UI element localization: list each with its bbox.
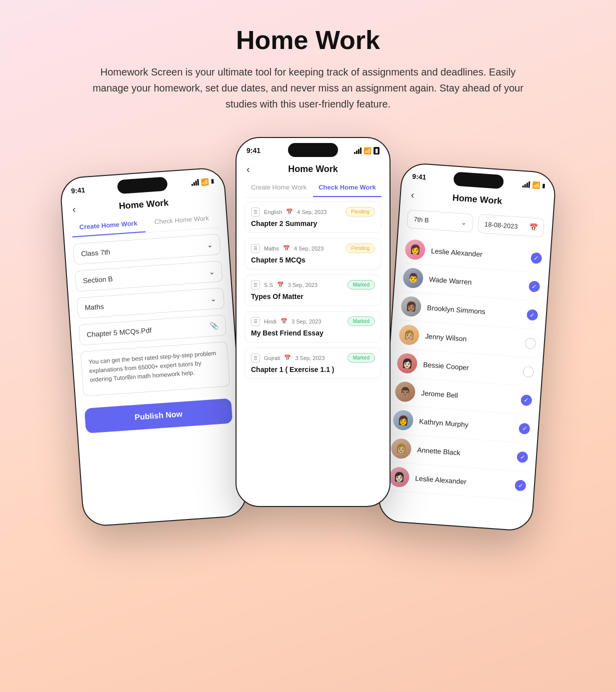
avatar: 👩🏽 (400, 296, 422, 318)
homework-title: Chapter 5 MCQs (251, 256, 375, 264)
subject-label: Gujrati (264, 355, 280, 361)
status-badge: Marked (348, 353, 375, 362)
check-icon[interactable]: ✓ (526, 309, 538, 320)
uncheck-circle[interactable] (524, 338, 536, 349)
homework-title: Types Of Matter (251, 292, 375, 300)
calendar-icon: 📅 (528, 223, 538, 232)
wifi-icon-2: 📶 (364, 147, 372, 154)
bar1 (192, 184, 193, 186)
battery-icon-3: ▮ (542, 182, 545, 188)
status-time-1: 9:41 (71, 186, 86, 195)
description-field[interactable]: You can get the best rated step-by-step … (80, 342, 230, 396)
homework-item[interactable]: ☰ English 📅 4 Sep, 2023 Pending Chapter … (244, 202, 382, 233)
tab-create-2[interactable]: Create Home Work (244, 178, 313, 197)
avatar: 👨🏽 (394, 381, 416, 402)
homework-list: ☰ English 📅 4 Sep, 2023 Pending Chapter … (236, 198, 390, 388)
nav-bar-2: ‹ Home Work (236, 160, 390, 178)
check-icon[interactable]: ✓ (516, 451, 528, 462)
subject-dropdown[interactable]: Maths ⌄ (76, 288, 224, 318)
wifi-icon-1: 📶 (200, 178, 209, 186)
class-chevron-icon: ⌄ (206, 240, 213, 249)
phone-create: 9:41 📶 ▮ ‹ Home Work Create Home Work Ch… (59, 166, 248, 527)
back-arrow-1[interactable]: ‹ (72, 204, 76, 215)
dynamic-island-2 (288, 143, 338, 157)
status-badge: Pending (346, 207, 375, 216)
page-description: Homework Screen is your ultimate tool fo… (83, 64, 533, 112)
battery-icon-2: ▮ (374, 147, 380, 154)
homework-title: Chapter 1 ( Exercise 1.1 ) (251, 366, 375, 374)
status-badge: Pending (346, 244, 375, 253)
check-icon[interactable]: ✓ (518, 423, 530, 434)
date-label: 4 Sep, 2023 (297, 209, 326, 215)
subject-icon: ☰ (251, 317, 260, 326)
subject-icon: ☰ (251, 244, 260, 253)
subject-icon: ☰ (251, 280, 260, 290)
page-header: Home Work Homework Screen is your ultima… (0, 0, 616, 127)
attachment-field[interactable]: Chapter 5 MCQs.Pdf 📎 (78, 314, 226, 346)
calendar-small-icon: 📅 (286, 208, 293, 215)
section-dropdown[interactable]: Section B ⌄ (74, 260, 222, 292)
subject-chevron-icon: ⌄ (210, 294, 216, 303)
class-filter-chevron-icon: ⌄ (461, 218, 467, 226)
section-value: Section B (82, 274, 113, 284)
bar4 (197, 178, 199, 185)
student-name: Kathryn Murphy (419, 418, 520, 432)
check-icon[interactable]: ✓ (530, 252, 542, 264)
class-filter-dropdown[interactable]: 7th B ⌄ (406, 210, 474, 232)
nav-title-2: Home Work (288, 164, 338, 174)
battery-icon-1: ▮ (210, 178, 214, 184)
student-name: Leslie Alexander (431, 246, 532, 262)
tab-check-2[interactable]: Check Home Work (313, 178, 382, 197)
class-dropdown[interactable]: Class 7th ⌄ (73, 234, 221, 264)
signal-bars-3 (522, 180, 530, 188)
page-title: Home Work (40, 25, 576, 55)
signal-bars-1 (191, 178, 199, 186)
uncheck-circle[interactable] (522, 366, 534, 378)
calendar-small-icon: 📅 (284, 354, 291, 361)
date-label: 4 Sep, 2023 (294, 246, 324, 252)
avatar: 👩🏼 (390, 438, 412, 460)
date-filter-field[interactable]: 18-08-2023 📅 (478, 214, 544, 238)
subject-label: Maths (264, 246, 279, 252)
publish-button[interactable]: Publish Now (84, 398, 233, 433)
student-name: Leslie Alexander (415, 474, 516, 489)
homework-item[interactable]: ☰ Hindi 📅 3 Sep, 2023 Marked My Best Fri… (244, 311, 382, 342)
status-badge: Marked (348, 316, 375, 326)
paperclip-icon: 📎 (210, 322, 218, 330)
subject-label: Hindi (264, 318, 276, 324)
homework-title: Chapter 2 Summary (251, 220, 375, 228)
calendar-small-icon: 📅 (280, 318, 288, 324)
wifi-icon-3: 📶 (532, 181, 540, 189)
nav-title-3: Home Work (452, 192, 502, 206)
avatar: 👩 (404, 239, 426, 260)
bar2 (194, 182, 195, 186)
homework-title: My Best Friend Essay (251, 329, 375, 337)
status-icons-2: 📶 ▮ (354, 147, 380, 154)
avatar: 👩🏻 (396, 352, 418, 374)
back-arrow-3[interactable]: ‹ (410, 189, 414, 200)
homework-item[interactable]: ☰ S.S 📅 3 Sep, 2023 Marked Types Of Matt… (244, 274, 382, 306)
check-icon[interactable]: ✓ (520, 394, 532, 406)
check-icon[interactable]: ✓ (528, 280, 540, 292)
status-badge: Marked (348, 280, 375, 290)
homework-item[interactable]: ☰ Maths 📅 4 Sep, 2023 Pending Chapter 5 … (244, 238, 382, 270)
avatar: 👩 (392, 410, 414, 431)
signal-bars-2 (354, 148, 362, 154)
subject-value: Maths (84, 302, 104, 312)
phone-student-list: 9:41 📶 ▮ ‹ Home Work 7th B ⌄ (377, 162, 556, 532)
form-area: Class 7th ⌄ Section B ⌄ Maths ⌄ Chapter … (64, 227, 241, 440)
student-name: Brooklyn Simmons (427, 304, 528, 318)
student-list: 👩 Leslie Alexander ✓ 👨 Wade Warren ✓ 👩🏽 … (380, 232, 551, 503)
date-label: 3 Sep, 2023 (295, 355, 324, 361)
avatar: 👨 (402, 268, 424, 289)
class-value: Class 7th (80, 248, 110, 258)
calendar-small-icon: 📅 (283, 245, 290, 252)
student-name: Bessie Cooper (423, 360, 524, 376)
homework-item[interactable]: ☰ Gujrati 📅 3 Sep, 2023 Marked Chapter 1… (244, 348, 382, 379)
check-icon[interactable]: ✓ (514, 480, 526, 491)
avatar: 👩🏼 (398, 324, 420, 346)
phones-container: 9:41 📶 ▮ ‹ Home Work Create Home Work Ch… (0, 127, 616, 542)
date-filter-value: 18-08-2023 (484, 220, 518, 230)
phone-check-list: 9:41 📶 ▮ ‹ Home Work Create Home Work Ch… (236, 137, 390, 507)
back-arrow-2[interactable]: ‹ (246, 164, 250, 175)
